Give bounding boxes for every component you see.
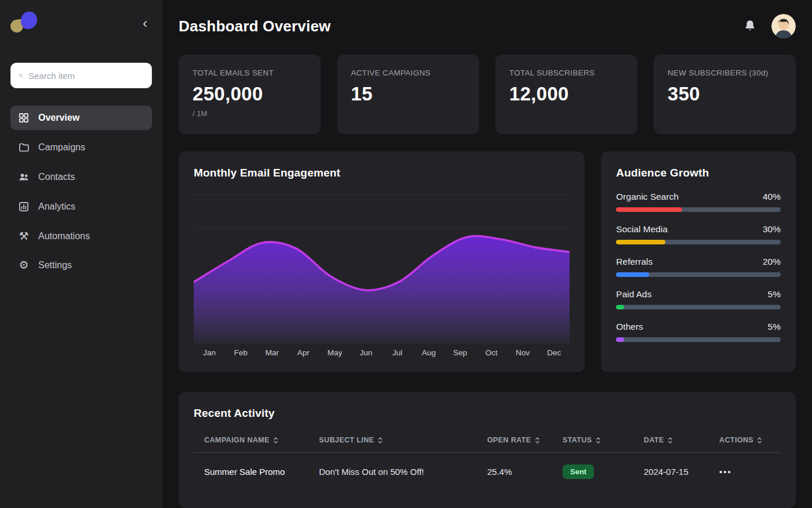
- grid-icon: [18, 112, 30, 124]
- audience-rows: Organic Search 40% Social Media 30%: [616, 192, 781, 342]
- chart-x-label: Aug: [413, 348, 444, 357]
- engagement-area-chart: [194, 194, 570, 343]
- sort-icon: [596, 437, 601, 444]
- stat-value: 350: [668, 83, 782, 105]
- audience-growth-card: Audience Growth Organic Search 40% S: [601, 152, 796, 372]
- mid-row: Monthly Email Engagement: [179, 152, 796, 372]
- sidebar-item-label: Analytics: [38, 201, 75, 212]
- sidebar-item-label: Campaigns: [38, 142, 85, 153]
- audience-percent: 40%: [763, 192, 781, 202]
- folder-icon: [18, 142, 30, 153]
- app-root: ‹ Overview: [0, 0, 812, 508]
- page-header: Dashboard Overview: [179, 14, 796, 38]
- progress-track: [616, 272, 781, 277]
- progress-track: [616, 207, 781, 212]
- sort-icon: [668, 437, 673, 444]
- sidebar-item-campaigns[interactable]: Campaigns: [10, 135, 152, 160]
- sidebar-item-label: Overview: [38, 113, 79, 123]
- stat-label: TOTAL EMAILS SENT: [193, 69, 307, 77]
- chart-x-label: Oct: [476, 348, 507, 357]
- chart-x-label: Nov: [507, 348, 538, 357]
- stat-label: TOTAL SUBSCRIBERS: [509, 69, 624, 77]
- status-badge: Sent: [563, 464, 594, 479]
- column-header-open-rate[interactable]: OPEN RATE: [483, 429, 558, 453]
- sidebar-item-automations[interactable]: ⚒ Automations: [10, 224, 152, 248]
- chart-x-label: Dec: [538, 348, 570, 357]
- column-header-subject-line[interactable]: SUBJECT LINE: [314, 429, 483, 453]
- sidebar-item-contacts[interactable]: Contacts: [10, 165, 152, 189]
- stat-label: NEW SUBSCRIBERS (30d): [668, 69, 782, 77]
- gear-icon: ⚙: [18, 260, 30, 271]
- cell-campaign-name: Summer Sale Promo: [194, 453, 314, 491]
- progress-bar: [616, 240, 665, 244]
- chart-x-axis: JanFebMarAprMayJunJulAugSepOctNovDec: [194, 348, 570, 357]
- audience-row-organic-search: Organic Search 40%: [616, 192, 781, 212]
- cell-subject-line: Don't Miss Out on 50% Off!: [314, 453, 483, 491]
- chart-x-label: Apr: [288, 348, 319, 357]
- cell-open-rate: 25.4%: [483, 453, 558, 491]
- header-right: [742, 14, 796, 38]
- stat-value: 12,000: [509, 83, 624, 105]
- sort-icon: [378, 437, 383, 444]
- chart-x-label: Mar: [256, 348, 288, 357]
- progress-bar: [616, 305, 624, 309]
- sidebar-nav: Overview Campaigns: [10, 106, 152, 277]
- stat-card-active-campaigns: ACTIVE CAMPAIGNS 15: [337, 55, 479, 134]
- stat-value: 250,000: [193, 83, 307, 105]
- chart-svg: [194, 194, 570, 343]
- audience-percent: 5%: [768, 322, 781, 332]
- chart-x-label: Jun: [350, 348, 382, 357]
- sidebar-item-settings[interactable]: ⚙ Settings: [10, 253, 152, 277]
- audience-percent: 30%: [763, 224, 781, 235]
- chart-x-label: May: [319, 348, 350, 357]
- audience-label: Paid Ads: [616, 289, 651, 300]
- page-title: Dashboard Overview: [179, 17, 331, 35]
- user-avatar[interactable]: [771, 14, 796, 38]
- sort-icon: [273, 437, 278, 444]
- activity-table: CAMPAIGN NAME SUBJECT LINE OPEN RATE: [194, 429, 781, 491]
- analytics-icon: [18, 201, 30, 212]
- notifications-button[interactable]: [742, 18, 757, 35]
- cell-status: Sent: [558, 453, 639, 491]
- bell-icon: [744, 19, 756, 32]
- column-header-actions[interactable]: ACTIONS: [715, 429, 781, 453]
- stat-card-new-subscribers: NEW SUBSCRIBERS (30d) 350: [654, 55, 796, 134]
- sort-icon: [757, 437, 762, 444]
- chart-x-label: Feb: [225, 348, 256, 357]
- chart-x-label: Jan: [194, 348, 225, 357]
- table-header-row: CAMPAIGN NAME SUBJECT LINE OPEN RATE: [194, 429, 781, 453]
- activity-title: Recent Activity: [194, 407, 781, 420]
- row-actions-menu-icon[interactable]: •••: [719, 467, 732, 477]
- audience-percent: 5%: [768, 289, 781, 300]
- search-input[interactable]: [28, 71, 144, 81]
- audience-row-referrals: Referrals 20%: [616, 257, 781, 277]
- people-icon: [18, 171, 30, 183]
- chart-x-label: Sep: [444, 348, 476, 357]
- sidebar-item-label: Settings: [38, 260, 72, 271]
- progress-track: [616, 305, 781, 309]
- chevron-left-icon: ‹: [143, 15, 147, 31]
- stat-card-total-emails: TOTAL EMAILS SENT 250,000 / 1M: [179, 55, 321, 134]
- search-box[interactable]: [10, 63, 152, 88]
- app-logo[interactable]: [10, 10, 41, 39]
- stats-row: TOTAL EMAILS SENT 250,000 / 1M ACTIVE CA…: [179, 55, 796, 134]
- column-header-status[interactable]: STATUS: [558, 429, 639, 453]
- audience-label: Social Media: [616, 224, 668, 235]
- sidebar-item-overview[interactable]: Overview: [10, 106, 152, 130]
- column-header-campaign-name[interactable]: CAMPAIGN NAME: [194, 429, 314, 453]
- stat-card-total-subscribers: TOTAL SUBSCRIBERS 12,000: [495, 55, 637, 134]
- audience-row-paid-ads: Paid Ads 5%: [616, 289, 781, 309]
- sidebar: ‹ Overview: [0, 0, 162, 508]
- sidebar-item-label: Automations: [38, 231, 90, 242]
- recent-activity-card: Recent Activity CAMPAIGN NAME SUBJECT LI…: [179, 392, 796, 508]
- sidebar-item-analytics[interactable]: Analytics: [10, 194, 152, 219]
- audience-row-social-media: Social Media 30%: [616, 224, 781, 244]
- audience-label: Referrals: [616, 257, 652, 267]
- sidebar-top: ‹: [10, 10, 152, 39]
- tools-icon: ⚒: [18, 230, 30, 242]
- stat-label: ACTIVE CAMPAIGNS: [351, 69, 465, 77]
- audience-label: Others: [616, 322, 643, 332]
- sidebar-collapse-button[interactable]: ‹: [138, 14, 152, 33]
- column-header-date[interactable]: DATE: [639, 429, 715, 453]
- chart-title: Monthly Email Engagement: [194, 167, 570, 179]
